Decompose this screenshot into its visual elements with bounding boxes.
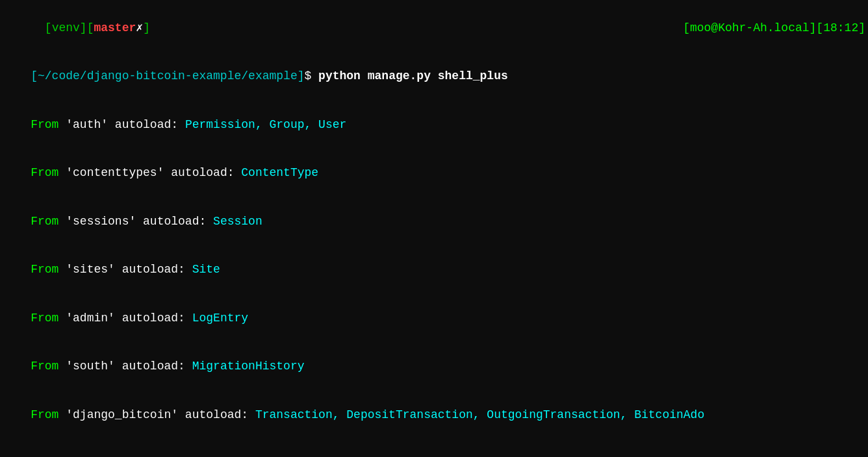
from-keyword-auth: From bbox=[31, 118, 58, 131]
prompt-dollar: $ bbox=[305, 69, 319, 82]
host-info: [moo@Kohr-Ah.local][18:12] bbox=[683, 21, 865, 34]
from-admin-line: From 'admin' autoload: LogEntry bbox=[0, 294, 868, 342]
command-text: python manage.py shell_plus bbox=[318, 69, 508, 82]
from-keyword-sess: From bbox=[31, 215, 58, 228]
from-south-items: MigrationHistory bbox=[192, 360, 305, 373]
from-auth-line: From 'auth' autoload: Permission, Group,… bbox=[0, 101, 868, 149]
from-django-bitcoin-continuation: ress, Payment, WalletTransaction, Wallet… bbox=[0, 439, 868, 457]
venv-bracket-close: ] bbox=[80, 21, 87, 34]
branch-name: master bbox=[94, 21, 136, 34]
terminal-header-right: [moo@Kohr-Ah.local][18:12] bbox=[641, 4, 865, 52]
from-sess-text: 'sessions' autoload: bbox=[58, 215, 213, 228]
from-ct-text: 'contenttypes' autoload: bbox=[58, 166, 241, 179]
from-dj-items: Transaction, DepositTransaction, Outgoin… bbox=[255, 408, 704, 421]
prompt-path: [~/code/django-bitcoin-example/example] bbox=[31, 69, 304, 82]
branch-bracket-close: ] bbox=[143, 21, 150, 34]
from-admin-text: 'admin' autoload: bbox=[58, 312, 192, 325]
from-south-line: From 'south' autoload: MigrationHistory bbox=[0, 342, 868, 390]
from-sess-items: Session bbox=[213, 215, 262, 228]
from-ct-items: ContentType bbox=[241, 166, 318, 179]
from-keyword-south: From bbox=[31, 360, 58, 373]
from-dj-text: 'django_bitcoin' autoload: bbox=[58, 408, 255, 421]
from-keyword-sites: From bbox=[31, 263, 58, 276]
from-auth-text: 'auth' autoload: bbox=[58, 118, 185, 131]
from-admin-items: LogEntry bbox=[192, 312, 248, 325]
from-keyword-ct: From bbox=[31, 166, 58, 179]
branch-x: ✗ bbox=[136, 21, 143, 34]
terminal-header: [venv][master✗] [moo@Kohr-Ah.local][18:1… bbox=[0, 4, 868, 52]
venv-label: venv bbox=[52, 21, 80, 34]
from-django-bitcoin-line: From 'django_bitcoin' autoload: Transact… bbox=[0, 391, 868, 439]
command-prompt-line: [~/code/django-bitcoin-example/example]$… bbox=[0, 52, 868, 100]
from-sites-items: Site bbox=[192, 263, 220, 276]
from-keyword-dj: From bbox=[31, 408, 58, 421]
branch-bracket-open: [ bbox=[87, 21, 94, 34]
from-sites-line: From 'sites' autoload: Site bbox=[0, 245, 868, 293]
terminal-window: [venv][master✗] [moo@Kohr-Ah.local][18:1… bbox=[0, 0, 868, 457]
terminal-header-left: [venv][master✗] bbox=[3, 4, 150, 52]
from-contenttypes-line: From 'contenttypes' autoload: ContentTyp… bbox=[0, 149, 868, 197]
from-sessions-line: From 'sessions' autoload: Session bbox=[0, 197, 868, 245]
from-keyword-admin: From bbox=[31, 312, 58, 325]
from-auth-items: Permission, Group, User bbox=[185, 118, 346, 131]
venv-bracket-open: [ bbox=[45, 21, 52, 34]
from-south-text: 'south' autoload: bbox=[58, 360, 192, 373]
from-sites-text: 'sites' autoload: bbox=[58, 263, 192, 276]
